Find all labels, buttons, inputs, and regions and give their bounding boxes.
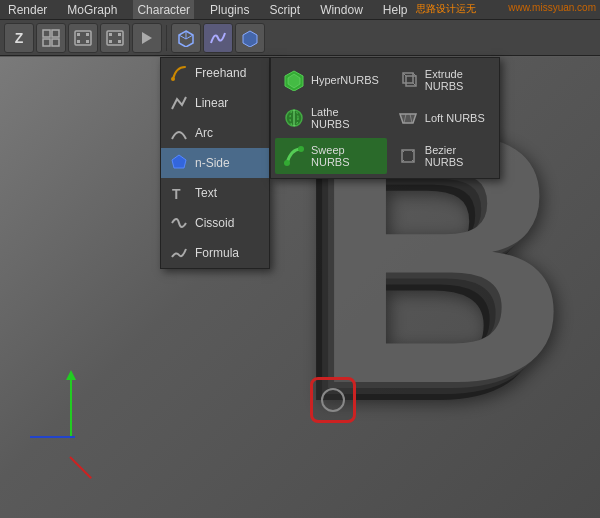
svg-line-17: [179, 35, 186, 39]
extrude-icon: [397, 69, 419, 91]
axis-y-arrow: [66, 370, 76, 380]
menu-plugins[interactable]: Plugins: [206, 0, 253, 19]
menu-mograph[interactable]: MoGraph: [63, 0, 121, 19]
menu-script[interactable]: Script: [265, 0, 304, 19]
svg-line-18: [186, 35, 193, 39]
hypernurbs-icon: [283, 69, 305, 91]
svg-rect-0: [43, 30, 50, 37]
menu-item-cissoid[interactable]: Cissoid: [161, 208, 269, 238]
menu-help[interactable]: Help: [379, 0, 412, 19]
svg-rect-13: [118, 40, 121, 43]
lathe-icon: [283, 107, 305, 129]
axis-x-blue: [30, 436, 75, 438]
toolbar-z-btn[interactable]: Z: [4, 23, 34, 53]
circle-inner: [321, 388, 345, 412]
nurbs-item-lathe[interactable]: Lathe NURBS: [275, 100, 387, 136]
sweep-label: Sweep NURBS: [311, 144, 379, 168]
freehand-icon: [169, 63, 189, 83]
arc-icon: [169, 123, 189, 143]
menu-item-freehand[interactable]: Freehand: [161, 58, 269, 88]
nurbs-grid: HyperNURBS Extrude NURBS Lathe NURBS Lof…: [271, 58, 499, 178]
svg-rect-3: [52, 39, 59, 46]
svg-rect-10: [109, 33, 112, 36]
nurbs-item-loft[interactable]: Loft NURBS: [389, 100, 495, 136]
svg-point-36: [284, 160, 290, 166]
axis-x-red: [69, 456, 92, 479]
formula-label: Formula: [195, 246, 239, 260]
toolbar-film3-btn[interactable]: [132, 23, 162, 53]
menu-item-nside[interactable]: n-Side: [161, 148, 269, 178]
bezier-icon: [397, 145, 419, 167]
svg-marker-21: [172, 155, 186, 168]
svg-rect-7: [86, 33, 89, 36]
cissoid-label: Cissoid: [195, 216, 234, 230]
nside-icon: [169, 153, 189, 173]
svg-marker-19: [243, 31, 257, 47]
nside-label: n-Side: [195, 156, 230, 170]
svg-text:T: T: [172, 186, 181, 202]
cissoid-icon: [169, 213, 189, 233]
toolbar-nurbs-btn[interactable]: [235, 23, 265, 53]
toolbar-spline-btn[interactable]: [203, 23, 233, 53]
svg-rect-11: [109, 40, 112, 43]
arc-label: Arc: [195, 126, 213, 140]
svg-rect-12: [118, 33, 121, 36]
toolbar-layout-btn[interactable]: [36, 23, 66, 53]
svg-rect-8: [86, 40, 89, 43]
nurbs-item-sweep[interactable]: Sweep NURBS: [275, 138, 387, 174]
svg-point-20: [171, 77, 175, 81]
nurbs-item-hyper[interactable]: HyperNURBS: [275, 62, 387, 98]
hypernurbs-label: HyperNURBS: [311, 74, 379, 86]
svg-point-37: [298, 146, 304, 152]
svg-rect-6: [77, 40, 80, 43]
menu-item-linear[interactable]: Linear: [161, 88, 269, 118]
axis-y: [70, 378, 72, 438]
menubar: Render MoGraph Character Plugins Script …: [0, 0, 600, 20]
menu-window[interactable]: Window: [316, 0, 367, 19]
nurbs-item-bezier[interactable]: Bezier NURBS: [389, 138, 495, 174]
spline-menu: Freehand Linear Arc n-Side T Text Cissoi…: [160, 57, 270, 269]
nurbs-item-extrude[interactable]: Extrude NURBS: [389, 62, 495, 98]
linear-label: Linear: [195, 96, 228, 110]
brand-text2: www.missyuan.com: [504, 0, 600, 15]
toolbar-film1-btn[interactable]: [68, 23, 98, 53]
freehand-label: Freehand: [195, 66, 246, 80]
bezier-label: Bezier NURBS: [425, 144, 487, 168]
toolbar-sep1: [166, 25, 167, 51]
toolbar-film2-btn[interactable]: [100, 23, 130, 53]
sweep-icon: [283, 145, 305, 167]
linear-icon: [169, 93, 189, 113]
menu-character[interactable]: Character: [133, 0, 194, 19]
svg-rect-5: [77, 33, 80, 36]
svg-rect-1: [52, 30, 59, 37]
menu-item-formula[interactable]: Formula: [161, 238, 269, 268]
lathe-label: Lathe NURBS: [311, 106, 379, 130]
menu-item-arc[interactable]: Arc: [161, 118, 269, 148]
toolbar-cube-btn[interactable]: [171, 23, 201, 53]
text-label: Text: [195, 186, 217, 200]
nurbs-menu: HyperNURBS Extrude NURBS Lathe NURBS Lof…: [270, 57, 500, 179]
extrude-label: Extrude NURBS: [425, 68, 487, 92]
text-icon: T: [169, 183, 189, 203]
svg-marker-14: [142, 32, 152, 44]
svg-marker-33: [400, 114, 416, 123]
svg-rect-2: [43, 39, 50, 46]
loft-label: Loft NURBS: [425, 112, 485, 124]
circle-indicator: [310, 377, 356, 423]
menu-item-text[interactable]: T Text: [161, 178, 269, 208]
loft-icon: [397, 107, 419, 129]
menu-render[interactable]: Render: [4, 0, 51, 19]
toolbar: Z: [0, 20, 600, 56]
brand-text1: 思路设计运无: [412, 0, 480, 18]
formula-icon: [169, 243, 189, 263]
